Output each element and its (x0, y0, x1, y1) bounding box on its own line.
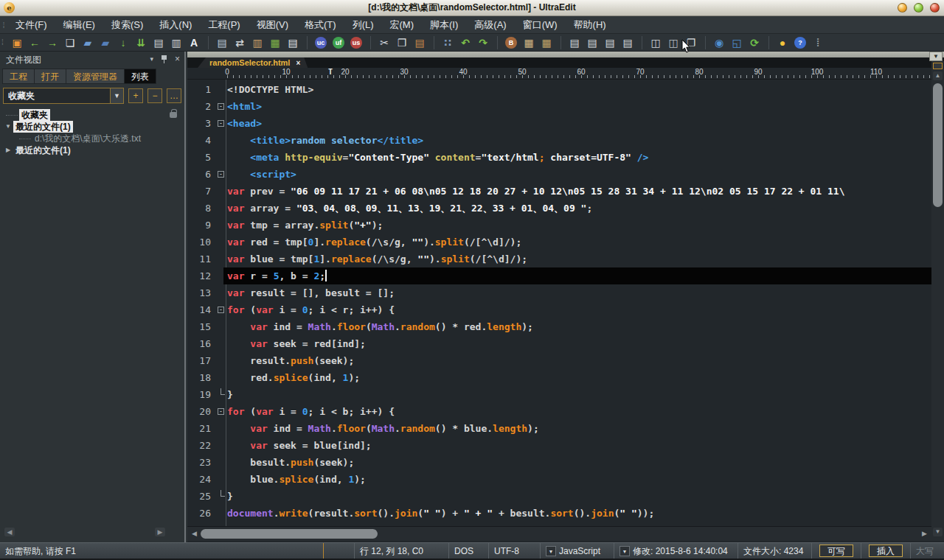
tree-item-file-path[interactable]: d:\我的文档\桌面\大乐透.txt (0, 133, 184, 144)
forward-arrow-icon[interactable]: → (44, 35, 60, 50)
code-line[interactable]: 7var prev = "06 09 11 17 21 + 06 08\n05 … (187, 183, 931, 200)
tree-expand-icon[interactable]: ▶ (3, 144, 13, 156)
status-insert-mode[interactable]: 插入 (861, 543, 910, 559)
vertical-scroll-thumb[interactable] (933, 83, 943, 207)
close-folder-icon[interactable]: ▰ (97, 35, 114, 50)
status-insert-mode-button[interactable]: 插入 (869, 545, 903, 557)
sidebar-scroll-left-icon[interactable]: ◀ (4, 528, 15, 536)
status-syntax[interactable]: ▼JavaScript (540, 543, 614, 559)
sidebar-scroll-right-icon[interactable]: ▶ (155, 528, 165, 536)
copy-icon[interactable]: ❐ (394, 35, 410, 50)
code-line[interactable]: 22 var seek = blue[ind]; (187, 437, 931, 454)
fold-collapse-icon[interactable]: - (218, 307, 224, 313)
menu-advanced[interactable]: 高级(A) (466, 16, 514, 34)
code-line[interactable]: 4 <title>random selector</title> (187, 132, 931, 149)
tab-close-icon[interactable]: × (296, 59, 300, 67)
scroll-right-icon[interactable]: ▶ (920, 529, 929, 539)
menu-file[interactable]: 文件(F) (7, 16, 55, 34)
code-line[interactable]: 16 var seek = red[ind]; (187, 335, 931, 352)
scroll-down-icon[interactable]: ▼ (933, 528, 943, 536)
list-view-icon[interactable]: ▤ (285, 35, 301, 50)
window-duplicate-icon[interactable]: ◫ (665, 35, 681, 50)
unicode-uf-icon[interactable]: uf (333, 37, 344, 49)
back-arrow-icon[interactable]: ← (27, 35, 43, 50)
open-folder-icon[interactable]: ▰ (80, 35, 96, 50)
panel-pin-icon[interactable] (161, 55, 167, 64)
sidebar-tab-open[interactable]: 打开 (34, 69, 66, 84)
doc-notes-icon[interactable]: ▤ (214, 35, 230, 50)
code-line[interactable]: 10var red = tmp[0].replace(/\s/g, "").sp… (187, 234, 931, 251)
fold-collapse-icon[interactable]: - (218, 408, 224, 415)
menu-view[interactable]: 视图(V) (249, 16, 296, 34)
code-line[interactable]: 11var blue = tmp[1].replace(/\s/g, "").s… (187, 251, 931, 267)
menu-help[interactable]: 帮助(H) (566, 16, 614, 34)
browser-view-icon[interactable]: ◱ (729, 35, 745, 50)
undo-icon[interactable]: ↶ (457, 35, 473, 50)
horizontal-scroll-thumb[interactable] (201, 529, 378, 539)
menu-window[interactable]: 窗口(W) (515, 16, 566, 34)
toolbar-overflow-icon[interactable]: ⁞ (810, 35, 826, 50)
special-chars-icon[interactable]: ∷ (440, 35, 456, 50)
code-line[interactable]: 25} (187, 488, 931, 505)
code-line[interactable]: 2-<html> (187, 98, 931, 115)
status-writable[interactable]: 可写 (811, 543, 861, 559)
menu-script[interactable]: 脚本(I) (422, 16, 466, 34)
save-icon[interactable]: ↓ (115, 35, 131, 50)
doc-list4-icon[interactable]: ▤ (620, 35, 636, 50)
code-line[interactable]: 19} (187, 386, 931, 403)
maximize-button[interactable] (914, 3, 923, 13)
split-window-handle[interactable] (933, 63, 943, 69)
cut-icon[interactable]: ✂ (376, 35, 392, 50)
tip-bulb-icon[interactable]: ● (774, 35, 791, 50)
menu-column[interactable]: 列(L) (344, 16, 382, 34)
code-line[interactable]: 18 red.splice(ind, 1); (187, 369, 931, 386)
new-file-icon[interactable]: ❏ (62, 35, 78, 50)
doc-list3-icon[interactable]: ▤ (602, 35, 618, 50)
code-line[interactable]: 8var array = "03、04、08、09、11、13、19、21、22… (187, 200, 931, 217)
menubar-grip[interactable]: ⁞ (0, 21, 7, 29)
code-line[interactable]: 5 <meta http-equiv="Content-Type" conten… (187, 149, 931, 166)
dropdown-icon[interactable]: ▼ (546, 546, 556, 556)
menu-insert[interactable]: 插入(N) (151, 16, 200, 34)
code-line[interactable]: 6- <script> (187, 166, 931, 183)
code-view[interactable]: 1<!DOCTYPE HTML>2-<html>3-<head>4 <title… (187, 80, 931, 526)
tab-randomselector[interactable]: randomSelector.html × (198, 57, 308, 68)
list-remove-button[interactable]: − (148, 88, 162, 103)
menu-macro[interactable]: 宏(M) (382, 16, 423, 34)
window-split-icon[interactable]: ◫ (648, 35, 664, 50)
font-icon[interactable]: A (186, 35, 202, 50)
favorites-combobox[interactable]: 收藏夹 ▼ (3, 88, 124, 104)
unicode-us-icon[interactable]: us (350, 37, 362, 49)
code-line[interactable]: 20-for (var i = 0; i < b; i++) { (187, 403, 931, 420)
status-writable-button[interactable]: 可写 (819, 545, 853, 557)
list-add-button[interactable]: + (128, 88, 143, 103)
new-from-template-icon[interactable]: ▣ (9, 35, 25, 50)
paste-icon[interactable]: ▤ (412, 35, 428, 50)
sidebar-tab-list[interactable]: 列表 (124, 69, 156, 84)
code-line[interactable]: 3-<head> (187, 115, 931, 132)
refresh-icon[interactable]: ⟳ (746, 35, 763, 50)
tree-item-recent-expanded[interactable]: ▼最近的文件(1) (0, 121, 184, 133)
tree-item-recent-collapsed[interactable]: ▶最近的文件(1) (0, 144, 184, 156)
unicode-uc-icon[interactable]: uc (315, 37, 327, 49)
scroll-up-icon[interactable]: ▲ (933, 71, 943, 80)
sidebar-tab-explorer[interactable]: 资源管理器 (66, 69, 124, 84)
save-all-icon[interactable]: ⇊ (133, 35, 149, 50)
help-icon[interactable]: ? (794, 37, 806, 49)
table-icon[interactable]: ▦ (521, 35, 537, 50)
code-line[interactable]: 17 result.push(seek); (187, 352, 931, 369)
fold-collapse-icon[interactable]: - (218, 171, 224, 178)
list-browse-button[interactable]: … (167, 88, 181, 103)
code-line[interactable]: 12var r = 5, b = 2; (187, 267, 931, 284)
redo-icon[interactable]: ↷ (475, 35, 491, 50)
menu-project[interactable]: 工程(P) (200, 16, 248, 34)
code-line[interactable]: 14-for (var i = 0; i < r; i++) { (187, 301, 931, 318)
doc-list1-icon[interactable]: ▤ (566, 35, 583, 50)
tree-item-favorites[interactable]: 收藏夹 (0, 109, 184, 121)
minimize-button[interactable] (898, 3, 907, 13)
browser-globe-icon[interactable]: ◉ (711, 35, 727, 50)
panel-menu-icon[interactable]: ▾ (150, 55, 153, 63)
tab-list-dropdown-icon[interactable]: ▼ (929, 52, 943, 61)
sidebar-tab-project[interactable]: 工程 (2, 69, 34, 84)
code-line[interactable]: 21 var ind = Math.floor(Math.random() * … (187, 420, 931, 437)
